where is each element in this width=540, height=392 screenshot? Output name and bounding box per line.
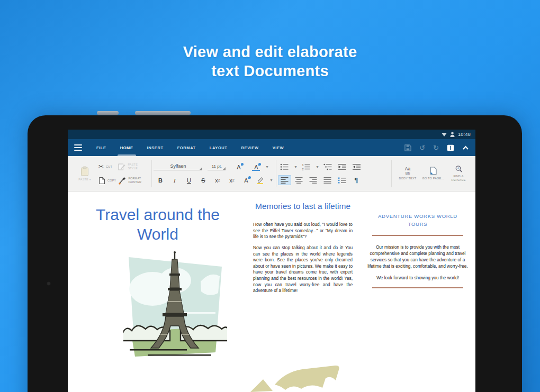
network-status-icon (442, 133, 447, 136)
italic-button[interactable]: I (168, 175, 181, 185)
group-divider (391, 160, 392, 187)
paste-label: PASTE ▾ (78, 178, 91, 181)
cut-scissors-icon: ✂ (98, 163, 104, 170)
strikethrough-button[interactable]: S (196, 175, 210, 185)
mission-paragraph-1[interactable]: Our mission is to provide you with the m… (367, 244, 469, 269)
align-center-button[interactable] (292, 175, 305, 185)
menu-hamburger-icon[interactable] (74, 144, 82, 150)
hero-title-line2: text Documents (0, 61, 540, 80)
tablet-screen: 10:48 FILE HOME INSERT FORMAT LAYOUT REV… (68, 130, 475, 392)
bullet-list-dropdown[interactable]: ▾ (292, 165, 299, 169)
user-status-icon (450, 132, 455, 137)
line-spacing-button[interactable] (335, 175, 348, 185)
document-page[interactable]: Travel around the World (68, 192, 475, 392)
cut-button[interactable]: ✂ CUT (98, 162, 116, 172)
tools-group: Aa Bb BODY TEXT GO TO PAGE... (393, 156, 473, 191)
align-left-button[interactable] (278, 175, 291, 185)
text-color-drop-icon (248, 176, 251, 179)
redo-icon[interactable]: ↻ (433, 144, 439, 151)
adventure-works-heading[interactable]: ADVENTURE WORKS WORLD TOURS (367, 213, 469, 228)
collapse-ribbon-icon[interactable] (462, 145, 469, 150)
paste-clipboard-icon (80, 166, 89, 176)
formatting-marks-button[interactable]: ¶ (349, 175, 363, 185)
font-color-drop-icon (241, 163, 244, 166)
bold-button[interactable]: B (154, 175, 167, 185)
font-family-dropdown[interactable]: Sylfaen (154, 163, 202, 170)
format-painter-brush-icon (118, 177, 126, 185)
go-to-page-button[interactable]: GO TO PAGE... (421, 158, 445, 189)
hero-title: View and edit elaborate text Documents (0, 42, 540, 81)
bullet-list-button[interactable] (278, 162, 291, 172)
save-icon[interactable] (404, 144, 411, 151)
subscript-button[interactable]: x2 (211, 175, 224, 185)
format-painter-button[interactable]: FORMAT PAINTER (118, 176, 147, 186)
tab-layout[interactable]: LAYOUT (203, 139, 235, 156)
tablet-device: 10:48 FILE HOME INSERT FORMAT LAYOUT REV… (28, 115, 522, 392)
tab-file[interactable]: FILE (89, 139, 113, 156)
font-size-dropdown[interactable]: 11 pt. (208, 164, 226, 170)
find-replace-magnifier-icon (455, 165, 463, 173)
numbered-list-button[interactable]: 12 (300, 162, 313, 172)
tab-home[interactable]: HOME (113, 139, 140, 156)
clipboard-group: PASTE ▾ ✂ CUT COPY (70, 156, 150, 191)
text-style-icon: Aa Bb (405, 167, 410, 175)
highlight-button[interactable] (254, 175, 267, 185)
paste-style-button[interactable]: PASTE STYLE (118, 162, 147, 172)
body-text-style-button[interactable]: Aa Bb BODY TEXT (396, 158, 419, 189)
font-more2-dropdown[interactable]: ▾ (268, 178, 274, 183)
text-color-button[interactable]: A (239, 175, 253, 185)
home-ribbon: PASTE ▾ ✂ CUT COPY (68, 156, 475, 192)
hero-title-line1: View and edit elaborate (0, 42, 540, 61)
underline-button[interactable]: U (182, 175, 195, 185)
memories-paragraph-1[interactable]: How often have you said out loud, "I wou… (253, 222, 353, 240)
multilevel-list-button[interactable] (321, 162, 335, 172)
status-bar-clock: 10:48 (458, 132, 471, 137)
mission-paragraph-2[interactable]: We look forward to showing you the world… (367, 275, 469, 281)
memories-paragraph-2[interactable]: Now you can stop talking about it and do… (253, 245, 353, 294)
decrease-indent-button[interactable] (336, 162, 349, 172)
font-color-button[interactable]: A (232, 162, 245, 172)
app-menu-bar: FILE HOME INSERT FORMAT LAYOUT REVIEW VI… (68, 139, 475, 156)
shading-drop-icon (258, 163, 261, 166)
ribbon-tab-strip: FILE HOME INSERT FORMAT LAYOUT REVIEW VI… (89, 139, 291, 156)
memories-heading[interactable]: Memories to last a lifetime (253, 201, 353, 212)
font-more-dropdown[interactable]: ▾ (264, 165, 270, 169)
paste-button[interactable]: PASTE ▾ (73, 158, 96, 189)
document-column-right: ADVENTURE WORKS WORLD TOURS Our mission … (367, 213, 469, 296)
document-title[interactable]: Travel around the World (94, 205, 221, 244)
superscript-button[interactable]: x2 (225, 175, 238, 185)
tablet-power-button (97, 111, 119, 115)
justify-button[interactable] (321, 175, 334, 185)
undo-icon[interactable]: ↺ (419, 144, 425, 151)
paragraph-group: ▾ 12 ▾ (278, 156, 363, 191)
copy-button[interactable]: COPY (98, 176, 116, 186)
paste-style-icon (118, 163, 125, 170)
character-shading-button[interactable]: A (249, 162, 263, 172)
horizontal-rule-bottom (372, 287, 463, 288)
horizontal-rule-top (372, 235, 463, 236)
highlighter-icon (256, 176, 264, 184)
copy-page-icon (98, 177, 105, 185)
partial-clipart-bottom[interactable] (241, 362, 347, 392)
eiffel-tower-clipart[interactable] (123, 251, 227, 360)
find-replace-button[interactable]: FIND & REPLACE (447, 158, 470, 189)
tablet-camera (47, 281, 51, 286)
go-to-page-icon (429, 167, 437, 175)
view-mode-icon[interactable] (447, 144, 454, 151)
increase-indent-button[interactable] (350, 162, 363, 172)
align-right-button[interactable] (307, 175, 320, 185)
font-group: Sylfaen 11 pt. A A (154, 156, 274, 191)
tab-insert[interactable]: INSERT (140, 139, 170, 156)
document-column-middle: Memories to last a lifetime How often ha… (253, 201, 353, 299)
tab-view[interactable]: VIEW (266, 139, 291, 156)
numbered-list-dropdown[interactable]: ▾ (314, 165, 320, 169)
svg-text:2: 2 (302, 168, 304, 170)
group-divider (151, 160, 152, 187)
tablet-volume-button (135, 111, 191, 115)
marketing-background: View and edit elaborate text Documents 1… (0, 0, 540, 392)
tab-format[interactable]: FORMAT (170, 139, 203, 156)
tab-review[interactable]: REVIEW (235, 139, 266, 156)
android-status-bar: 10:48 (68, 130, 475, 139)
group-divider (276, 160, 276, 187)
shading-bar-icon (252, 170, 260, 171)
